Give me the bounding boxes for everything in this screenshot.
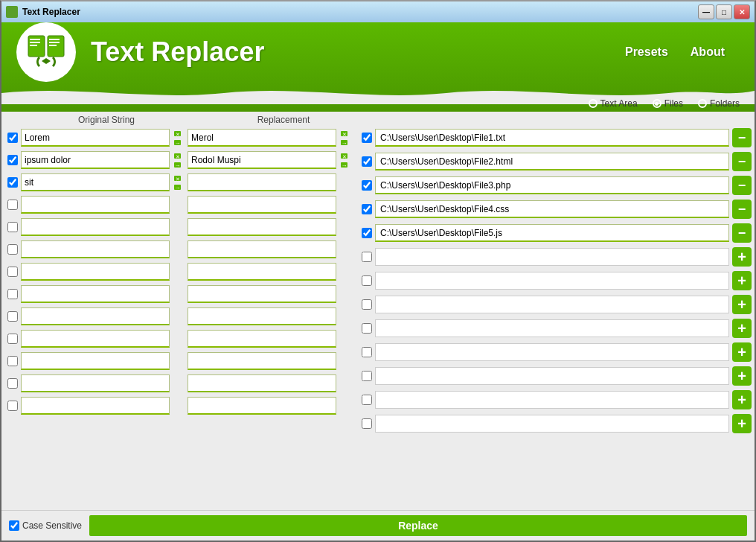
row-arrow-icon-1[interactable]: →: [173, 161, 183, 169]
replacement-input-9[interactable]: [188, 330, 336, 348]
original-input-4[interactable]: [21, 218, 170, 236]
tab-files[interactable]: Files: [653, 98, 683, 109]
replacement-input-3[interactable]: [188, 196, 336, 214]
replacement-input-7[interactable]: [188, 285, 336, 303]
right-file-input-7[interactable]: [375, 296, 729, 313]
original-input-0[interactable]: [21, 129, 170, 147]
original-input-10[interactable]: [21, 352, 170, 370]
row-arrow2-icon-1[interactable]: →: [339, 161, 350, 169]
plus-button-9[interactable]: +: [732, 342, 752, 362]
right-row-checkbox-5[interactable]: [362, 252, 372, 262]
right-row-checkbox-10[interactable]: [362, 371, 372, 381]
plus-button-12[interactable]: +: [732, 414, 752, 433]
left-row-checkbox-6[interactable]: [7, 267, 18, 277]
original-input-3[interactable]: [21, 196, 170, 214]
replace-button[interactable]: Replace: [89, 515, 747, 536]
original-input-1[interactable]: [21, 151, 170, 169]
row-clear-icon-2[interactable]: ✕: [173, 174, 183, 182]
minus-button-2[interactable]: −: [732, 176, 752, 195]
left-row-checkbox-3[interactable]: [7, 200, 18, 210]
original-input-8[interactable]: [21, 307, 170, 325]
left-row-checkbox-10[interactable]: [7, 356, 18, 366]
tab-text-area[interactable]: Text Area: [589, 98, 638, 109]
right-row-checkbox-6[interactable]: [362, 275, 372, 286]
row-arrow2-icon-0[interactable]: →: [339, 138, 350, 147]
right-file-input-10[interactable]: [375, 367, 729, 385]
left-row-checkbox-2[interactable]: [7, 177, 18, 188]
right-file-input-2[interactable]: [375, 176, 729, 194]
about-nav[interactable]: About: [691, 45, 725, 59]
original-input-2[interactable]: [21, 173, 170, 191]
right-file-input-6[interactable]: [375, 272, 729, 290]
minus-button-0[interactable]: −: [732, 128, 752, 147]
replacement-input-5[interactable]: [188, 240, 336, 258]
right-file-input-9[interactable]: [375, 343, 729, 361]
row-clear2-icon-0[interactable]: ✕: [339, 130, 350, 138]
right-file-input-0[interactable]: [375, 129, 729, 147]
right-row-checkbox-4[interactable]: [362, 228, 372, 238]
left-row-checkbox-5[interactable]: [7, 244, 18, 255]
tab-folders[interactable]: Folders: [698, 98, 740, 109]
presets-nav[interactable]: Presets: [625, 45, 668, 59]
original-input-7[interactable]: [21, 285, 170, 303]
right-row-checkbox-0[interactable]: [362, 133, 372, 143]
original-input-12[interactable]: [21, 397, 170, 415]
right-file-input-4[interactable]: [375, 224, 729, 242]
minus-button-3[interactable]: −: [732, 200, 752, 219]
original-input-5[interactable]: [21, 240, 170, 258]
tab-files-radio[interactable]: [653, 99, 662, 108]
left-row-checkbox-4[interactable]: [7, 222, 18, 232]
replacement-input-12[interactable]: [188, 397, 336, 415]
right-row-checkbox-11[interactable]: [362, 395, 372, 405]
row-arrow-icon-2[interactable]: →: [173, 183, 183, 191]
replacement-input-6[interactable]: [188, 263, 336, 281]
right-row-checkbox-12[interactable]: [362, 418, 372, 429]
minimize-button[interactable]: —: [698, 4, 714, 19]
replacement-input-8[interactable]: [188, 307, 336, 325]
right-row-checkbox-2[interactable]: [362, 180, 372, 191]
right-row-checkbox-1[interactable]: [362, 156, 372, 167]
replacement-input-11[interactable]: [188, 374, 336, 392]
plus-button-7[interactable]: +: [732, 295, 752, 314]
close-button[interactable]: ✕: [734, 4, 750, 19]
tab-text-area-radio[interactable]: [589, 99, 598, 108]
replacement-input-10[interactable]: [188, 352, 336, 370]
case-sensitive-checkbox[interactable]: [9, 520, 19, 531]
right-file-input-5[interactable]: [375, 248, 729, 266]
right-file-input-12[interactable]: [375, 415, 729, 433]
original-input-9[interactable]: [21, 330, 170, 348]
left-row-checkbox-12[interactable]: [7, 401, 18, 411]
right-row-checkbox-9[interactable]: [362, 347, 372, 357]
plus-button-5[interactable]: +: [732, 247, 752, 267]
left-row-checkbox-7[interactable]: [7, 289, 18, 299]
minus-button-4[interactable]: −: [732, 223, 752, 243]
replacement-input-4[interactable]: [188, 218, 336, 236]
right-row-checkbox-8[interactable]: [362, 323, 372, 334]
right-file-input-8[interactable]: [375, 319, 729, 337]
plus-button-8[interactable]: +: [732, 319, 752, 338]
plus-button-6[interactable]: +: [732, 271, 752, 290]
maximize-button[interactable]: □: [716, 4, 732, 19]
original-input-11[interactable]: [21, 374, 170, 392]
row-clear-icon-0[interactable]: ✕: [173, 130, 183, 138]
right-row-checkbox-3[interactable]: [362, 204, 372, 214]
right-row-checkbox-7[interactable]: [362, 299, 372, 310]
left-row-checkbox-1[interactable]: [7, 155, 18, 165]
row-clear2-icon-1[interactable]: ✕: [339, 152, 350, 160]
tab-folders-radio[interactable]: [698, 99, 707, 108]
replacement-input-1[interactable]: [188, 151, 336, 169]
left-row-checkbox-11[interactable]: [7, 378, 18, 389]
minus-button-1[interactable]: −: [732, 152, 752, 171]
right-file-input-1[interactable]: [375, 153, 729, 170]
right-file-input-11[interactable]: [375, 391, 729, 409]
row-clear-icon-1[interactable]: ✕: [173, 152, 183, 160]
plus-button-10[interactable]: +: [732, 366, 752, 386]
original-input-6[interactable]: [21, 263, 170, 281]
left-row-checkbox-0[interactable]: [7, 133, 18, 143]
replacement-input-2[interactable]: [188, 173, 336, 191]
row-arrow-icon-0[interactable]: →: [173, 138, 183, 147]
left-row-checkbox-8[interactable]: [7, 311, 18, 322]
right-file-input-3[interactable]: [375, 200, 729, 218]
left-row-checkbox-9[interactable]: [7, 334, 18, 344]
replacement-input-0[interactable]: [188, 129, 336, 147]
